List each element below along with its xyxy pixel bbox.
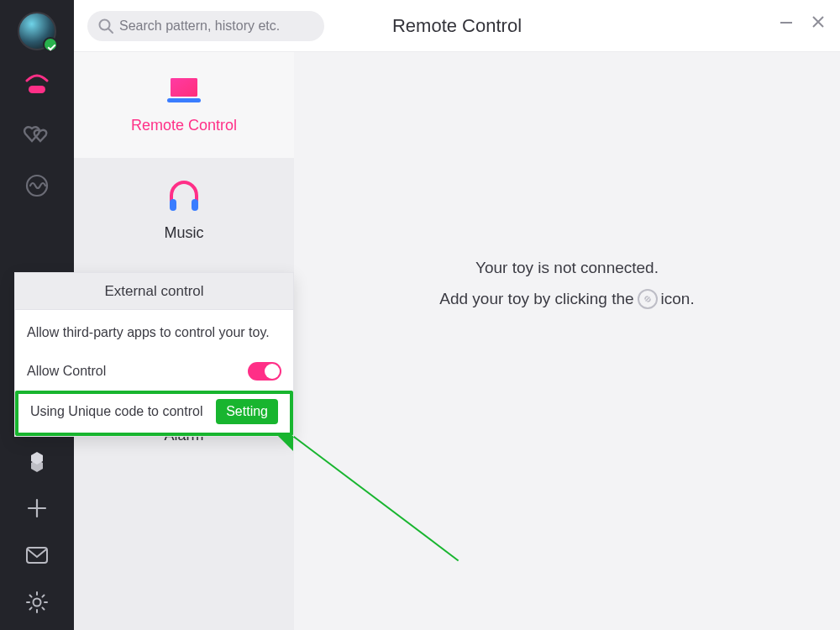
- minimize-button[interactable]: [776, 12, 796, 32]
- presence-online-icon: [43, 37, 58, 52]
- unique-code-label: Using Unique code to control: [30, 404, 202, 419]
- sidebar-item-settings[interactable]: [23, 588, 51, 617]
- feature-label: Music: [164, 224, 203, 242]
- link-icon: [638, 289, 658, 309]
- allow-control-toggle[interactable]: [248, 362, 281, 381]
- feature-label: Remote Control: [131, 117, 237, 134]
- svg-rect-9: [192, 199, 198, 211]
- svg-rect-6: [171, 78, 197, 97]
- search-icon: [97, 18, 114, 34]
- sidebar-item-toys[interactable]: [23, 71, 51, 99]
- laptop-icon: [164, 76, 204, 105]
- svg-rect-7: [167, 98, 201, 102]
- main-pane: Your toy is not connected. Add your toy …: [294, 52, 840, 630]
- search-box[interactable]: [87, 11, 324, 41]
- page-title: Remote Control: [392, 15, 522, 37]
- feature-music[interactable]: Music: [74, 158, 294, 264]
- unique-code-row: Using Unique code to control Setting: [15, 391, 293, 436]
- sidebar-nav-bottom: [23, 447, 51, 617]
- close-button[interactable]: [808, 12, 828, 32]
- setting-button[interactable]: Setting: [216, 399, 278, 424]
- popup-description: Allow third-party apps to control your t…: [27, 317, 281, 352]
- sidebar-item-devices[interactable]: [23, 447, 51, 475]
- svg-point-4: [100, 20, 110, 30]
- sidebar-nav-top: [23, 71, 51, 200]
- status-message-line2: Add your toy by clicking the icon.: [439, 289, 694, 309]
- headphones-icon: [166, 181, 202, 213]
- status-text: icon.: [661, 290, 695, 308]
- svg-rect-0: [29, 86, 45, 93]
- external-control-popup: External control Allow third-party apps …: [14, 272, 294, 437]
- allow-control-label: Allow Control: [27, 364, 106, 379]
- svg-rect-2: [27, 548, 47, 563]
- sidebar-item-add[interactable]: [23, 494, 51, 522]
- search-input[interactable]: [119, 18, 314, 34]
- feature-remote-control[interactable]: Remote Control: [74, 52, 294, 158]
- sidebar-item-patterns[interactable]: [23, 171, 51, 200]
- header: Remote Control: [74, 0, 840, 52]
- status-text: Add your toy by clicking the: [439, 290, 633, 308]
- sidebar-item-partners[interactable]: [23, 121, 51, 150]
- window-controls: [776, 12, 828, 32]
- popup-title: External control: [15, 273, 293, 310]
- svg-rect-8: [170, 199, 176, 211]
- status-message-line1: Your toy is not connected.: [475, 259, 659, 277]
- annotation-arrow-icon: [278, 436, 293, 451]
- avatar[interactable]: [18, 12, 56, 50]
- svg-point-3: [34, 599, 41, 606]
- allow-control-row: Allow Control: [27, 352, 281, 391]
- sidebar-item-messages[interactable]: [23, 541, 51, 570]
